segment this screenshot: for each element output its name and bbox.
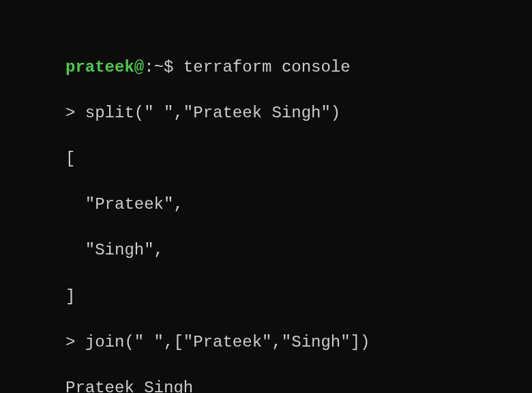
prompt-line: prateek@:~$ terraform console bbox=[65, 56, 516, 79]
at-symbol: @ bbox=[134, 58, 144, 76]
console-line: "Singh", bbox=[65, 239, 516, 262]
console-line: Prateek Singh bbox=[65, 377, 516, 393]
terminal-output[interactable]: prateek@:~$ terraform console > split(" … bbox=[65, 33, 516, 393]
console-line: > join(" ",["Prateek","Singh"]) bbox=[65, 331, 516, 354]
console-line: "Prateek", bbox=[65, 193, 516, 216]
console-line: [ bbox=[65, 147, 516, 171]
command-text: terraform console bbox=[183, 58, 351, 76]
username: prateek bbox=[65, 58, 134, 76]
console-line: ] bbox=[65, 285, 516, 308]
dollar-sign: $ bbox=[164, 58, 183, 76]
host-path: :~ bbox=[144, 58, 164, 76]
console-line: > split(" ","Prateek Singh") bbox=[65, 102, 516, 125]
